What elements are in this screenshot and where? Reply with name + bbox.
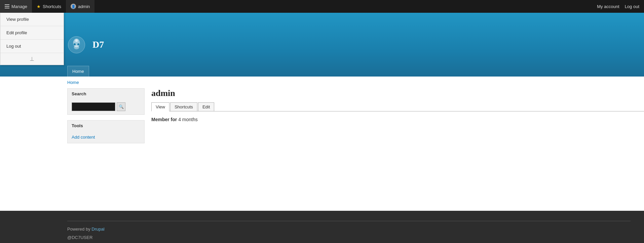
site-title: D7 [92, 39, 104, 50]
svg-point-3 [74, 43, 76, 45]
content-layout: Search 🔍 Tools Add content [67, 88, 644, 155]
footer-powered: Powered by Drupal [67, 227, 631, 232]
pin-icon: ⊥ [30, 56, 34, 62]
member-duration-value: 4 months [178, 117, 198, 122]
site-header: D7 Home [0, 13, 644, 77]
breadcrumb: Home [67, 77, 644, 88]
shortcuts-button[interactable]: ★ Shortcuts [32, 0, 66, 13]
manage-label: Manage [11, 4, 27, 9]
tabs: View Shortcuts Edit [151, 102, 644, 111]
admin-dropdown: View profile Edit profile Log out ⊥ [0, 13, 64, 65]
admin-user-button[interactable]: 👤 admin [66, 0, 94, 13]
site-nav: Home [67, 66, 90, 77]
svg-point-2 [74, 45, 79, 49]
search-block: Search 🔍 [67, 88, 145, 115]
view-profile-link[interactable]: View profile [0, 13, 64, 26]
tools-block-body: Add content [68, 131, 144, 143]
user-icon: 👤 [71, 4, 76, 9]
toolbar-left: Manage ★ Shortcuts 👤 admin [0, 0, 94, 13]
log-out-link[interactable]: Log out [625, 4, 639, 9]
drupal-logo [67, 36, 86, 54]
star-icon: ★ [37, 4, 41, 9]
admin-toolbar: Manage ★ Shortcuts 👤 admin My account Lo… [0, 0, 644, 13]
shortcuts-label: Shortcuts [43, 4, 61, 9]
site-footer: Powered by Drupal @DC7USER [0, 211, 644, 243]
footer-user: @DC7USER [67, 235, 631, 240]
dropdown-logout-link[interactable]: Log out [0, 40, 64, 53]
member-for-label: Member for [151, 117, 177, 122]
sidebar: Search 🔍 Tools Add content [67, 88, 145, 149]
drupal-link[interactable]: Drupal [91, 227, 104, 232]
search-input[interactable] [72, 102, 115, 111]
toolbar-right: My account Log out [597, 4, 639, 9]
search-block-title: Search [68, 89, 144, 99]
edit-profile-link[interactable]: Edit profile [0, 26, 64, 40]
search-button[interactable]: 🔍 [117, 102, 125, 111]
tools-block: Tools Add content [67, 120, 145, 143]
page-title: admin [151, 88, 644, 98]
home-nav-link[interactable]: Home [67, 66, 89, 77]
svg-point-5 [75, 39, 78, 42]
tab-view[interactable]: View [151, 102, 169, 111]
pin-area: ⊥ [0, 53, 64, 65]
hamburger-icon [5, 4, 9, 8]
my-account-link[interactable]: My account [597, 4, 619, 9]
search-icon: 🔍 [119, 104, 124, 109]
member-info: Member for 4 months [151, 117, 644, 122]
tab-shortcuts[interactable]: Shortcuts [170, 102, 197, 111]
powered-by-label: Powered by [67, 227, 90, 232]
search-form: 🔍 [72, 102, 140, 111]
add-content-link[interactable]: Add content [72, 135, 95, 140]
main-content: admin View Shortcuts Edit Member for 4 m… [151, 88, 644, 149]
tab-edit[interactable]: Edit [198, 102, 214, 111]
search-block-body: 🔍 [68, 99, 144, 114]
manage-button[interactable]: Manage [0, 0, 32, 13]
breadcrumb-home-link[interactable]: Home [67, 80, 79, 85]
svg-point-4 [77, 43, 79, 45]
main-wrapper: Home Search 🔍 Tools Add content [0, 77, 644, 211]
footer-inner: Powered by Drupal @DC7USER [0, 221, 644, 240]
tools-block-title: Tools [68, 120, 144, 131]
footer-divider [67, 221, 631, 221]
admin-label: admin [78, 4, 90, 9]
